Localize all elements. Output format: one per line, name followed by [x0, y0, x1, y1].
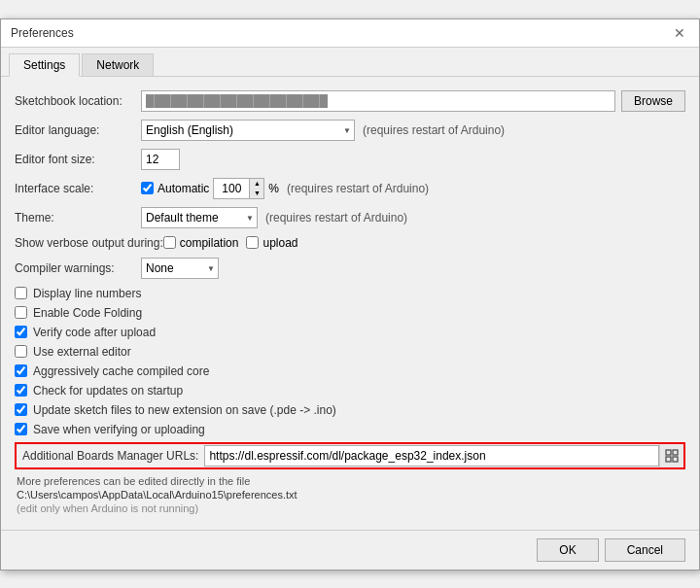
svg-rect-3	[673, 457, 678, 462]
sketchbook-label: Sketchbook location:	[15, 94, 141, 108]
editor-language-select-wrapper: English (English)	[141, 120, 355, 141]
check-updates-label: Check for updates on startup	[33, 384, 183, 398]
compiler-warnings-label: Compiler warnings:	[15, 261, 141, 275]
verify-code-checkbox[interactable]	[15, 326, 27, 338]
scale-hint: (requires restart of Arduino)	[287, 182, 429, 195]
bottom-bar: OK Cancel	[1, 530, 699, 570]
theme-select[interactable]: Default theme	[141, 207, 258, 228]
boards-icon	[665, 449, 679, 463]
verbose-label: Show verbose output during:	[15, 236, 163, 250]
editor-font-size-label: Editor font size:	[15, 153, 141, 166]
svg-rect-1	[673, 450, 678, 455]
editor-language-row: Editor language: English (English) (requ…	[15, 120, 685, 141]
additional-boards-label: Additional Boards Manager URLs:	[17, 446, 204, 466]
verbose-upload-label: upload	[262, 236, 298, 250]
checkbox-row-verify-code: Verify code after upload	[15, 326, 685, 339]
auto-scale-label: Automatic	[158, 182, 209, 195]
file-path-text: C:\Users\campos\AppData\Local\Arduino15\…	[15, 489, 685, 501]
preferences-dialog: Preferences ✕ Settings Network Sketchboo…	[0, 18, 700, 571]
theme-label: Theme:	[15, 211, 141, 225]
verbose-upload-option: upload	[246, 236, 298, 250]
checkbox-row-enable-code-folding: Enable Code Folding	[15, 306, 685, 320]
enable-code-folding-label: Enable Code Folding	[33, 306, 142, 320]
svg-rect-2	[666, 457, 671, 462]
checkbox-row-external-editor: Use external editor	[15, 345, 685, 359]
font-size-input[interactable]	[141, 149, 180, 170]
checkbox-row-aggressively-cache: Aggressively cache compiled core	[15, 364, 685, 378]
verbose-row: Show verbose output during: compilation …	[15, 236, 685, 250]
window-title: Preferences	[11, 26, 74, 40]
additional-boards-button[interactable]	[659, 444, 683, 467]
aggressively-cache-label: Aggressively cache compiled core	[33, 364, 209, 378]
checkbox-row-update-sketch: Update sketch files to new extension on …	[15, 403, 685, 417]
more-prefs-text: More preferences can be edited directly …	[15, 475, 685, 487]
svg-rect-0	[666, 450, 671, 455]
interface-scale-row: Interface scale: Automatic ▲ ▼ % (requir…	[15, 178, 685, 199]
tab-bar: Settings Network	[1, 48, 699, 77]
verbose-options: compilation upload	[163, 236, 298, 250]
aggressively-cache-checkbox[interactable]	[15, 364, 27, 377]
scale-input[interactable]	[213, 178, 250, 199]
tab-settings[interactable]: Settings	[9, 53, 80, 77]
checkbox-row-save-when-verifying: Save when verifying or uploading	[15, 423, 685, 436]
additional-boards-row: Additional Boards Manager URLs:	[15, 442, 685, 469]
theme-row: Theme: Default theme (requires restart o…	[15, 207, 685, 228]
verbose-compilation-checkbox[interactable]	[163, 236, 176, 249]
save-when-verifying-checkbox[interactable]	[15, 423, 27, 435]
edit-hint-text: (edit only when Arduino is not running)	[15, 502, 685, 514]
browse-button[interactable]: Browse	[621, 90, 685, 112]
compiler-warnings-row: Compiler warnings: None	[15, 258, 685, 279]
editor-language-hint: (requires restart of Arduino)	[363, 123, 505, 137]
cancel-button[interactable]: Cancel	[605, 538, 685, 562]
display-line-numbers-checkbox[interactable]	[15, 287, 27, 299]
settings-panel: Sketchbook location: Browse Editor langu…	[1, 77, 699, 530]
interface-scale-label: Interface scale:	[15, 182, 141, 195]
theme-select-wrapper: Default theme	[141, 207, 258, 228]
check-updates-checkbox[interactable]	[15, 384, 27, 397]
checkbox-row-check-updates: Check for updates on startup	[15, 384, 685, 398]
verify-code-label: Verify code after upload	[33, 326, 156, 339]
scale-spinner: ▲ ▼	[213, 178, 264, 199]
display-line-numbers-label: Display line numbers	[33, 287, 141, 300]
checkbox-row-display-line-numbers: Display line numbers	[15, 287, 685, 300]
sketchbook-input[interactable]	[141, 90, 615, 112]
editor-language-label: Editor language:	[15, 123, 141, 137]
verbose-compilation-option: compilation	[163, 236, 239, 250]
spinner-up[interactable]: ▲	[250, 179, 263, 189]
spinner-down[interactable]: ▼	[250, 189, 263, 198]
theme-hint: (requires restart of Arduino)	[265, 211, 407, 225]
close-button[interactable]: ✕	[670, 25, 689, 41]
percent-label: %	[268, 182, 279, 195]
compiler-warnings-select-wrapper: None	[141, 258, 219, 279]
verbose-upload-checkbox[interactable]	[246, 236, 259, 249]
checkboxes-section: Display line numbers Enable Code Folding…	[15, 287, 685, 436]
external-editor-label: Use external editor	[33, 345, 131, 359]
editor-font-size-row: Editor font size:	[15, 149, 685, 170]
tab-network[interactable]: Network	[82, 53, 154, 76]
update-sketch-checkbox[interactable]	[15, 403, 27, 416]
sketchbook-row: Sketchbook location: Browse	[15, 90, 685, 112]
enable-code-folding-checkbox[interactable]	[15, 306, 27, 319]
auto-scale-checkbox[interactable]	[141, 182, 154, 194]
external-editor-checkbox[interactable]	[15, 345, 27, 358]
update-sketch-label: Update sketch files to new extension on …	[33, 403, 336, 417]
spinner-buttons: ▲ ▼	[250, 178, 264, 199]
verbose-compilation-label: compilation	[180, 236, 239, 250]
title-bar: Preferences ✕	[1, 19, 699, 48]
editor-language-select[interactable]: English (English)	[141, 120, 355, 141]
save-when-verifying-label: Save when verifying or uploading	[33, 423, 205, 436]
additional-boards-input[interactable]	[204, 445, 659, 467]
ok-button[interactable]: OK	[537, 538, 598, 562]
compiler-warnings-select[interactable]: None	[141, 258, 219, 279]
